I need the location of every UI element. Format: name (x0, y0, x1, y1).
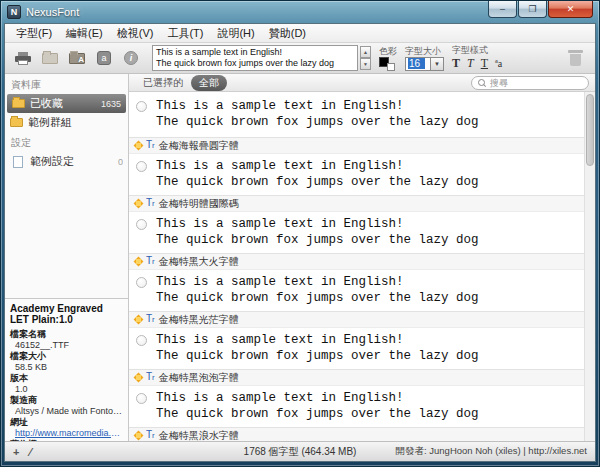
search-box[interactable] (471, 76, 589, 90)
status-bar: + ⁄ 1768 個字型 (464.34 MB) 開發者: JungHoon N… (5, 441, 595, 461)
tab-selected-fonts[interactable]: 已選擇的 (135, 75, 191, 91)
font-select-radio[interactable] (136, 335, 147, 346)
underline-button[interactable]: T (481, 56, 488, 71)
print-button[interactable] (11, 47, 35, 69)
font-list-item[interactable]: Tr 金梅海報疊圓字體 This is a sample text in Eng… (129, 138, 584, 196)
sample-text-input[interactable]: This is a sample text in English! The qu… (152, 45, 358, 71)
info-button[interactable]: i (119, 47, 143, 69)
window-controls: – ❐ ✕ (487, 1, 593, 18)
font-list-item[interactable]: Tr 金梅特明體國際碼 This is a sample text in Eng… (129, 196, 584, 254)
font-style-label: 字型樣式 (452, 45, 502, 55)
add-folder-icon (42, 53, 58, 64)
search-input[interactable] (490, 78, 582, 88)
favorite-star-icon[interactable] (134, 257, 144, 267)
library-section-header: 資料庫 (5, 74, 128, 94)
truetype-icon: Tr (146, 430, 155, 441)
sidebar-item-sample-group[interactable]: 範例群組 (5, 113, 128, 132)
favorite-star-icon[interactable] (134, 199, 144, 209)
favorite-star-icon[interactable] (134, 315, 144, 325)
menu-edit[interactable]: 編輯(E) (59, 25, 110, 42)
truetype-icon: Tr (146, 140, 155, 151)
truetype-icon: Tr (146, 314, 155, 325)
settings-section-header: 設定 (5, 132, 128, 152)
menu-donate[interactable]: 贊助(D) (262, 25, 313, 42)
font-folder-button[interactable]: A (65, 47, 89, 69)
menu-view[interactable]: 檢視(V) (110, 25, 161, 42)
font-preview-line1: This is a sample text in English! (156, 332, 479, 348)
vertical-scrollbar[interactable] (584, 92, 595, 441)
font-list-item[interactable]: Tr 金梅特黑浪水字體 This is a sample text in Eng… (129, 428, 584, 441)
menu-font[interactable]: 字型(F) (9, 25, 59, 42)
bold-button[interactable]: T (452, 56, 460, 71)
font-select-radio[interactable] (136, 219, 147, 230)
font-name: 金梅特黑浪水字體 (159, 429, 239, 442)
sidebar-item-favorites[interactable]: 已收藏 1635 (7, 94, 126, 113)
font-list-item[interactable]: This is a sample text in English! The qu… (129, 92, 584, 138)
font-name: 金梅特明體國際碼 (159, 197, 239, 211)
close-button[interactable]: ✕ (548, 1, 593, 18)
menu-help[interactable]: 說明(H) (210, 25, 261, 42)
info-label-filename: 檔案名稱 (10, 329, 123, 340)
character-map-icon: a (97, 51, 111, 65)
font-count-badge: 1635 (101, 99, 121, 109)
sample-text-spinner: ▲ ▼ (360, 46, 371, 70)
info-value-url-link[interactable]: http://www.macromedia.com/ (10, 428, 123, 439)
toolbar: A a i This is a sample text in English! … (5, 43, 595, 74)
font-preview-line1: This is a sample text in English! (156, 216, 479, 232)
background-color-swatch[interactable] (387, 63, 395, 71)
window-title: NexusFont (26, 6, 79, 18)
font-size-label: 字型大小 (405, 46, 444, 56)
font-preview-line2: The quick brown fox jumps over the lazy … (156, 348, 479, 364)
font-info-title: Academy Engraved LET Plain:1.0 (10, 303, 123, 325)
font-preview-line2: The quick brown fox jumps over the lazy … (156, 406, 479, 422)
folder-icon (10, 118, 23, 127)
trash-button[interactable] (568, 50, 583, 66)
font-size-value[interactable]: 16 (405, 57, 431, 71)
font-list-item[interactable]: Tr 金梅特黑光茫字體 This is a sample text in Eng… (129, 312, 584, 370)
font-style-buttons: T T T ªa (452, 56, 502, 71)
case-toggle-button[interactable]: ªa (495, 58, 502, 69)
font-select-radio[interactable] (136, 277, 147, 288)
italic-button[interactable]: T (467, 56, 474, 71)
tab-all-fonts[interactable]: 全部 (191, 75, 227, 91)
scrollbar-thumb[interactable] (586, 94, 594, 166)
window-content: 字型(F) 編輯(E) 檢視(V) 工具(T) 說明(H) 贊助(D) A a … (4, 23, 596, 462)
menu-tools[interactable]: 工具(T) (160, 25, 210, 42)
favorite-star-icon[interactable] (134, 373, 144, 383)
info-label-filesize: 檔案大小 (10, 351, 123, 362)
font-preview-line2: The quick brown fox jumps over the lazy … (156, 114, 479, 130)
font-list-item[interactable]: Tr 金梅特黑泡泡字體 This is a sample text in Eng… (129, 370, 584, 428)
font-size-combobox[interactable]: 16 ▼ (405, 57, 444, 71)
sample-text-line2: The quick brown fox jumps over the lazy … (156, 58, 354, 69)
font-preview-line1: This is a sample text in English! (156, 390, 479, 406)
font-count-badge: 0 (118, 157, 123, 167)
maximize-button[interactable]: ❐ (518, 1, 547, 18)
font-select-radio[interactable] (136, 393, 147, 404)
minimize-button[interactable]: – (488, 1, 517, 18)
settings-page-icon (13, 156, 23, 168)
info-label-version: 版本 (10, 373, 123, 384)
font-list: This is a sample text in English! The qu… (129, 92, 595, 441)
font-list-item[interactable]: Tr 金梅特黑大火字體 This is a sample text in Eng… (129, 254, 584, 312)
font-name: 金梅特黑大火字體 (159, 255, 239, 269)
add-folder-button[interactable] (38, 47, 62, 69)
font-select-radio[interactable] (136, 101, 147, 112)
character-map-button[interactable]: a (92, 47, 116, 69)
spinner-down-button[interactable]: ▼ (360, 58, 371, 70)
color-swatches[interactable] (379, 57, 395, 71)
font-select-radio[interactable] (136, 161, 147, 172)
sidebar-item-label: 範例設定 (30, 154, 74, 169)
info-value-manufacturer: Altsys / Made with Fontographer (10, 406, 123, 417)
info-value-filename: 46152__.TTF (10, 340, 123, 351)
favorite-star-icon[interactable] (134, 431, 144, 441)
favorite-star-icon[interactable] (134, 141, 144, 151)
font-name: 金梅特黑泡泡字體 (159, 371, 239, 385)
developer-credit: 開發者: JungHoon Noh (xiles) | http://xiles… (396, 445, 588, 458)
chevron-down-icon[interactable]: ▼ (431, 57, 444, 71)
sidebar-item-sample-settings[interactable]: 範例設定 0 (5, 152, 128, 171)
spinner-up-button[interactable]: ▲ (360, 46, 371, 58)
search-icon (478, 79, 486, 87)
titlebar[interactable]: N NexusFont – ❐ ✕ (1, 1, 599, 23)
truetype-icon: Tr (146, 198, 155, 209)
sidebar-item-label: 範例群組 (28, 115, 72, 130)
